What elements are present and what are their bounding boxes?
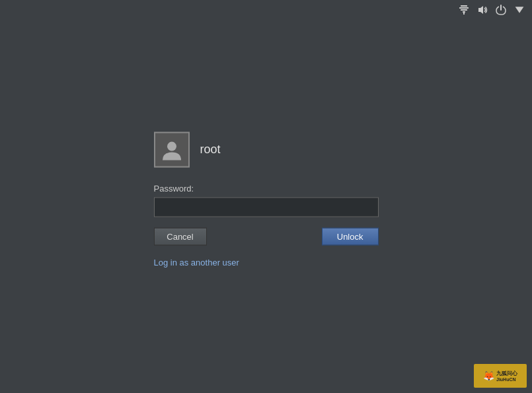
- cancel-button[interactable]: Cancel: [154, 227, 207, 245]
- password-input[interactable]: [154, 197, 379, 217]
- svg-marker-5: [478, 6, 483, 14]
- power-icon[interactable]: [494, 3, 508, 17]
- svg-rect-4: [463, 13, 465, 15]
- username-label: root: [200, 143, 221, 157]
- watermark-fox-icon: 🦊: [483, 371, 494, 381]
- watermark-badge: 🦊 九狐问心 JiuHuCN: [474, 364, 527, 388]
- alt-login-link[interactable]: Log in as another user: [154, 257, 379, 267]
- unlock-button[interactable]: Unlock: [322, 227, 379, 245]
- chevron-down-icon[interactable]: [512, 3, 527, 17]
- watermark-text: 九狐问心: [496, 370, 517, 377]
- network-icon[interactable]: [457, 3, 471, 17]
- login-panel: root Password: Cancel Unlock Log in as a…: [154, 131, 379, 267]
- buttons-row: Cancel Unlock: [154, 227, 379, 245]
- password-label: Password:: [154, 183, 379, 193]
- svg-rect-1: [459, 7, 469, 9]
- svg-rect-2: [461, 9, 467, 11]
- svg-rect-3: [463, 11, 465, 13]
- avatar: [154, 131, 190, 167]
- user-row: root: [154, 131, 379, 167]
- svg-marker-6: [515, 7, 524, 13]
- topbar: [451, 0, 532, 20]
- sound-icon[interactable]: [475, 3, 490, 17]
- svg-point-7: [167, 141, 176, 151]
- watermark-subtext: JiuHuCN: [496, 377, 517, 382]
- svg-rect-0: [461, 5, 467, 7]
